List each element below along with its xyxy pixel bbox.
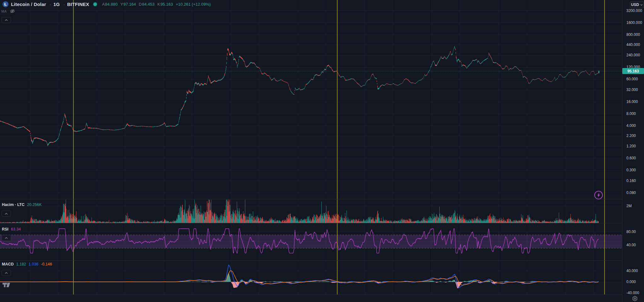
price-axis[interactable]: USD 3200.0001600.000800.000440.000240.00… — [622, 0, 644, 302]
separator: · — [50, 2, 51, 7]
symbol-name: Litecoin / Dolar — [11, 2, 46, 7]
volume-pane-title: Hacim · LTC — [2, 202, 25, 207]
tradingview-logo[interactable] — [3, 283, 12, 289]
price-tick-label: 440.000 — [626, 43, 640, 47]
price-tick-label: 800.000 — [626, 32, 640, 37]
rsi-pane-title: RSI — [2, 227, 8, 231]
rsi-value: 63.34 — [11, 227, 21, 231]
last-price-tag[interactable]: 95.163 — [622, 68, 644, 74]
ohlc-values: A84.880 Y97.164 D84.453 K95.163 +10.261 … — [102, 2, 211, 7]
exchange-label: BITFINEX — [67, 2, 89, 7]
rsi-tick-label: 80.00 — [626, 230, 636, 234]
macd-pane-header[interactable]: MACD 1.182 1.036 -0.146 — [2, 262, 52, 266]
price-tick-label: 1600.000 — [626, 20, 642, 25]
volume-tick-label: 2M — [626, 204, 632, 208]
tradingview-chart-window: Ł Litecoin / Dolar ·1G ·BITFINEX A84.880… — [0, 0, 644, 302]
macd-pane-title: MACD — [2, 262, 14, 266]
macd-line-value: 1.036 — [29, 262, 38, 266]
volume-pane-header[interactable]: Hacim · LTC 20.256K — [2, 202, 42, 207]
price-tick-label: 32.000 — [626, 88, 638, 92]
low-label: D — [139, 2, 142, 7]
interval-label[interactable]: 1G — [53, 2, 60, 7]
boost-lightning-button[interactable] — [594, 190, 603, 200]
price-tick-label: 240.000 — [626, 53, 640, 57]
symbol-header: Ł Litecoin / Dolar ·1G ·BITFINEX A84.880… — [3, 1, 211, 7]
low-value: 84.453 — [142, 2, 155, 7]
volume-value: 20.256K — [27, 202, 42, 207]
ma-indicator-label[interactable]: MA — [1, 9, 7, 13]
collapse-macd-pane-button[interactable] — [2, 270, 11, 276]
litecoin-logo-icon: Ł — [3, 1, 8, 7]
price-tick-label: 2.200 — [626, 134, 636, 138]
currency-selector-button[interactable]: USD — [630, 1, 644, 8]
eye-hidden-icon[interactable] — [10, 9, 15, 14]
rsi-tick-label: 40.00 — [626, 243, 636, 247]
price-tick-label: 1.200 — [626, 144, 636, 148]
high-value: 97.164 — [124, 2, 136, 7]
close-label: K — [157, 2, 160, 7]
currency-label: USD — [631, 3, 639, 7]
rsi-pane-header[interactable]: RSI 63.34 — [2, 227, 21, 231]
open-value: 84.880 — [105, 2, 118, 7]
price-tick-label: 0.080 — [626, 191, 636, 195]
market-open-dot-icon[interactable] — [93, 3, 97, 6]
symbol-title[interactable]: Litecoin / Dolar ·1G ·BITFINEX — [11, 2, 89, 7]
price-tick-label: 4.000 — [626, 123, 636, 128]
chevron-down-icon — [640, 4, 643, 6]
change-value: +10.261 (+12.09%) — [176, 2, 211, 7]
axis-settings-gear-icon[interactable] — [632, 296, 638, 301]
separator: · — [64, 2, 65, 7]
price-tick-label: 3200.000 — [626, 9, 642, 13]
collapse-main-pane-button[interactable] — [2, 17, 11, 23]
close-value: 95.163 — [160, 2, 173, 7]
macd-tick-label: 40.000 — [626, 269, 638, 273]
collapse-volume-pane-button[interactable] — [2, 211, 11, 217]
macd-hist-value: 1.182 — [16, 262, 26, 266]
price-tick-label: 0.300 — [626, 168, 636, 172]
price-tick-label: 8.000 — [626, 111, 636, 116]
macd-signal-value: -0.146 — [41, 262, 52, 266]
ma-indicator-row: MA — [1, 9, 15, 14]
price-tick-label: 0.160 — [626, 179, 636, 183]
price-tick-label: 16.000 — [626, 100, 638, 104]
high-label: Y — [120, 2, 123, 7]
chart-plot-area[interactable] — [0, 0, 644, 302]
price-tick-label: 60.000 — [626, 77, 638, 81]
time-axis[interactable] — [0, 294, 644, 302]
price-tick-label: 0.600 — [626, 156, 636, 160]
open-label: A — [102, 2, 105, 7]
collapse-rsi-pane-button[interactable] — [2, 235, 11, 241]
macd-tick-label: -40.000 — [626, 291, 639, 295]
macd-tick-label: 0.000 — [626, 280, 636, 284]
